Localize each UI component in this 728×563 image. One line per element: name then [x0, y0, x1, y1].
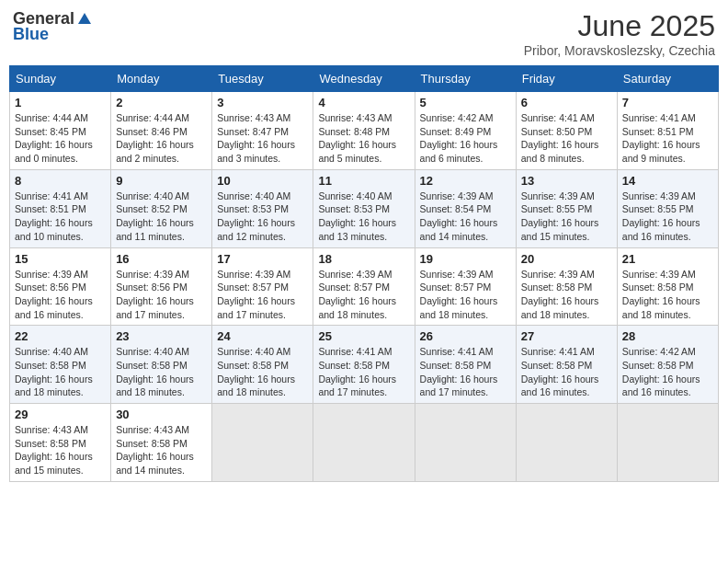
day-info: Sunrise: 4:43 AM Sunset: 8:48 PM Dayligh…: [318, 111, 409, 166]
daylight-label: Daylight: 16 hours and 18 minutes.: [217, 373, 295, 398]
daylight-label: Daylight: 16 hours and 18 minutes.: [15, 373, 93, 398]
day-info: Sunrise: 4:40 AM Sunset: 8:53 PM Dayligh…: [318, 190, 409, 244]
day-info: Sunrise: 4:42 AM Sunset: 8:58 PM Dayligh…: [622, 345, 713, 399]
sunset-label: Sunset: 8:45 PM: [15, 126, 86, 137]
sunset-label: Sunset: 8:47 PM: [217, 126, 289, 137]
daylight-label: Daylight: 16 hours and 6 minutes.: [420, 139, 498, 164]
day-number: 4: [318, 96, 409, 109]
daylight-label: Daylight: 16 hours and 15 minutes.: [15, 451, 93, 476]
daylight-label: Daylight: 16 hours and 16 minutes.: [622, 373, 700, 398]
daylight-label: Daylight: 16 hours and 17 minutes.: [318, 373, 396, 398]
sunset-label: Sunset: 8:58 PM: [521, 282, 593, 293]
sunset-label: Sunset: 8:51 PM: [622, 126, 694, 137]
sunrise-label: Sunrise: 4:41 AM: [521, 112, 595, 123]
weekday-header: Saturday: [617, 66, 718, 92]
day-number: 5: [420, 96, 511, 109]
sunset-label: Sunset: 8:58 PM: [622, 282, 694, 293]
sunset-label: Sunset: 8:54 PM: [420, 203, 492, 214]
weekday-header: Friday: [516, 66, 617, 92]
sunrise-label: Sunrise: 4:44 AM: [116, 112, 189, 123]
sunrise-label: Sunrise: 4:39 AM: [521, 190, 595, 201]
sunset-label: Sunset: 8:58 PM: [318, 360, 390, 371]
day-number: 20: [521, 252, 612, 266]
day-number: 16: [116, 252, 207, 266]
daylight-label: Daylight: 16 hours and 16 minutes.: [622, 217, 700, 242]
day-info: Sunrise: 4:44 AM Sunset: 8:45 PM Dayligh…: [15, 111, 106, 166]
day-number: 21: [622, 252, 713, 266]
calendar-week-row: 1 Sunrise: 4:44 AM Sunset: 8:45 PM Dayli…: [10, 92, 719, 170]
daylight-label: Daylight: 16 hours and 18 minutes.: [420, 295, 498, 320]
daylight-label: Daylight: 16 hours and 14 minutes.: [116, 451, 194, 476]
calendar-cell: 1 Sunrise: 4:44 AM Sunset: 8:45 PM Dayli…: [10, 92, 111, 170]
day-number: 3: [217, 96, 308, 109]
day-info: Sunrise: 4:39 AM Sunset: 8:57 PM Dayligh…: [217, 268, 308, 322]
sunset-label: Sunset: 8:58 PM: [420, 360, 492, 371]
sunrise-label: Sunrise: 4:39 AM: [15, 269, 88, 280]
sunset-label: Sunset: 8:58 PM: [521, 360, 593, 371]
day-number: 26: [420, 329, 511, 343]
sunrise-label: Sunrise: 4:44 AM: [15, 112, 88, 123]
day-number: 2: [116, 96, 207, 109]
day-number: 18: [318, 252, 409, 266]
sunset-label: Sunset: 8:57 PM: [217, 282, 289, 293]
day-number: 30: [116, 408, 207, 421]
day-number: 12: [420, 174, 511, 188]
day-number: 27: [521, 329, 612, 343]
weekday-header: Monday: [111, 66, 212, 92]
day-info: Sunrise: 4:39 AM Sunset: 8:57 PM Dayligh…: [420, 268, 511, 322]
calendar-cell: 6 Sunrise: 4:41 AM Sunset: 8:50 PM Dayli…: [516, 92, 617, 170]
calendar-cell: 11 Sunrise: 4:40 AM Sunset: 8:53 PM Dayl…: [313, 169, 415, 247]
day-info: Sunrise: 4:39 AM Sunset: 8:55 PM Dayligh…: [521, 190, 612, 244]
day-info: Sunrise: 4:41 AM Sunset: 8:50 PM Dayligh…: [521, 111, 612, 166]
day-number: 8: [15, 174, 106, 188]
calendar-cell: [415, 404, 516, 482]
day-info: Sunrise: 4:39 AM Sunset: 8:56 PM Dayligh…: [116, 268, 207, 322]
calendar-cell: 10 Sunrise: 4:40 AM Sunset: 8:53 PM Dayl…: [212, 169, 313, 247]
calendar-cell: 24 Sunrise: 4:40 AM Sunset: 8:58 PM Dayl…: [212, 326, 313, 404]
sunset-label: Sunset: 8:52 PM: [116, 203, 188, 214]
daylight-label: Daylight: 16 hours and 11 minutes.: [116, 217, 194, 242]
sunrise-label: Sunrise: 4:42 AM: [420, 112, 494, 123]
sunrise-label: Sunrise: 4:41 AM: [420, 346, 494, 357]
sunrise-label: Sunrise: 4:39 AM: [521, 269, 595, 280]
day-info: Sunrise: 4:43 AM Sunset: 8:58 PM Dayligh…: [15, 423, 106, 477]
day-info: Sunrise: 4:39 AM Sunset: 8:58 PM Dayligh…: [622, 268, 713, 322]
sunrise-label: Sunrise: 4:41 AM: [318, 346, 392, 357]
day-info: Sunrise: 4:39 AM Sunset: 8:57 PM Dayligh…: [318, 268, 409, 322]
calendar-cell: 15 Sunrise: 4:39 AM Sunset: 8:56 PM Dayl…: [10, 247, 111, 326]
weekday-header: Wednesday: [313, 66, 415, 92]
calendar-cell: [617, 404, 718, 482]
day-number: 10: [217, 174, 308, 188]
day-info: Sunrise: 4:39 AM Sunset: 8:56 PM Dayligh…: [15, 268, 106, 322]
calendar-cell: 22 Sunrise: 4:40 AM Sunset: 8:58 PM Dayl…: [10, 326, 111, 404]
daylight-label: Daylight: 16 hours and 5 minutes.: [318, 139, 396, 164]
sunset-label: Sunset: 8:51 PM: [15, 203, 86, 214]
daylight-label: Daylight: 16 hours and 17 minutes.: [217, 295, 295, 320]
sunset-label: Sunset: 8:56 PM: [116, 282, 188, 293]
sunrise-label: Sunrise: 4:42 AM: [622, 346, 696, 357]
sunset-label: Sunset: 8:57 PM: [318, 282, 390, 293]
sunrise-label: Sunrise: 4:39 AM: [116, 269, 189, 280]
sunset-label: Sunset: 8:55 PM: [622, 203, 694, 214]
sunset-label: Sunset: 8:53 PM: [217, 203, 289, 214]
day-number: 22: [15, 329, 106, 343]
sunset-label: Sunset: 8:55 PM: [521, 203, 593, 214]
svg-marker-0: [78, 13, 91, 24]
logo: General Blue: [13, 9, 93, 44]
sunrise-label: Sunrise: 4:43 AM: [116, 424, 189, 435]
sunrise-label: Sunrise: 4:39 AM: [318, 269, 392, 280]
calendar-cell: 13 Sunrise: 4:39 AM Sunset: 8:55 PM Dayl…: [516, 169, 617, 247]
calendar-cell: 28 Sunrise: 4:42 AM Sunset: 8:58 PM Dayl…: [617, 326, 718, 404]
daylight-label: Daylight: 16 hours and 16 minutes.: [15, 295, 93, 320]
weekday-header: Tuesday: [212, 66, 313, 92]
calendar-week-row: 15 Sunrise: 4:39 AM Sunset: 8:56 PM Dayl…: [10, 247, 719, 326]
sunrise-label: Sunrise: 4:43 AM: [217, 112, 290, 123]
sunrise-label: Sunrise: 4:40 AM: [15, 346, 88, 357]
daylight-label: Daylight: 16 hours and 17 minutes.: [420, 373, 498, 398]
calendar-table: SundayMondayTuesdayWednesdayThursdayFrid…: [9, 65, 719, 482]
sunrise-label: Sunrise: 4:40 AM: [217, 190, 290, 201]
sunset-label: Sunset: 8:49 PM: [420, 126, 492, 137]
calendar-cell: 23 Sunrise: 4:40 AM Sunset: 8:58 PM Dayl…: [111, 326, 212, 404]
sunset-label: Sunset: 8:58 PM: [116, 438, 188, 449]
day-number: 23: [116, 329, 207, 343]
